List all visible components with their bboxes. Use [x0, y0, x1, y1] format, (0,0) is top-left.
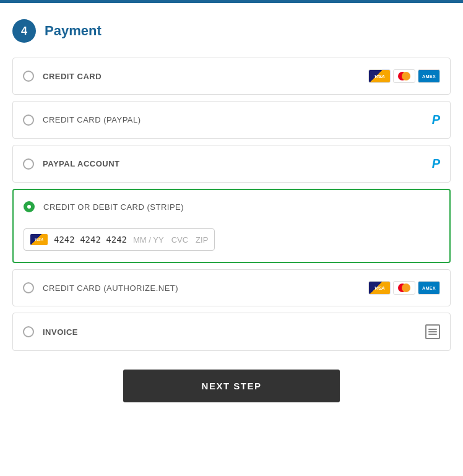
amex-icon-auth: AMEX	[418, 281, 440, 295]
payment-option-invoice[interactable]: INVOICE	[12, 313, 451, 351]
radio-paypal-account[interactable]	[23, 158, 34, 170]
icons-paypal-credit: P	[432, 113, 440, 127]
label-paypal-credit: CREDIT CARD (Paypal)	[43, 115, 423, 124]
icons-invoice	[425, 324, 440, 339]
zip-field[interactable]: ZIP	[196, 235, 208, 244]
page-title: Payment	[45, 23, 102, 39]
amex-icon: AMEX	[418, 69, 440, 83]
stripe-card-number[interactable]: 4242 4242 4242	[54, 235, 127, 244]
stripe-card-form[interactable]: 4242 4242 4242 MM / YY CVC ZIP	[24, 228, 215, 251]
label-credit-card: CREDIT CARD	[43, 72, 360, 81]
next-step-button[interactable]: NEXT STEP	[123, 370, 340, 402]
radio-stripe[interactable]	[24, 201, 35, 212]
label-paypal-account: PAYPAL ACCOUNT	[43, 159, 423, 168]
radio-credit-card[interactable]	[23, 71, 34, 82]
radio-paypal-credit[interactable]	[23, 115, 34, 126]
payment-option-authorize[interactable]: CREDIT CARD (Authorize.Net) AMEX	[12, 269, 451, 306]
radio-invoice[interactable]	[23, 326, 34, 337]
content-area: 4 Payment CREDIT CARD AMEX CREDIT CARD (…	[0, 3, 463, 427]
paypal-icon-1: P	[432, 113, 440, 127]
payment-option-stripe[interactable]: CREDIT OR DEBIT CARD (Stripe) 4242 4242 …	[12, 189, 451, 263]
stripe-extra-fields: MM / YY CVC ZIP	[133, 235, 208, 244]
icons-paypal-account: P	[432, 157, 440, 171]
label-stripe: CREDIT OR DEBIT CARD (Stripe)	[43, 202, 439, 212]
payment-option-paypal-credit[interactable]: CREDIT CARD (Paypal) P	[12, 101, 451, 139]
visa-icon	[368, 69, 391, 83]
invoice-icon	[425, 324, 440, 339]
cvc-field[interactable]: CVC	[171, 235, 188, 244]
mastercard-icon	[393, 69, 415, 83]
payment-option-paypal-account[interactable]: PAYPAL ACCOUNT P	[12, 145, 451, 183]
section-header: 4 Payment	[12, 15, 451, 43]
step-badge: 4	[12, 19, 36, 43]
stripe-top-row: CREDIT OR DEBIT CARD (Stripe)	[24, 201, 439, 212]
stripe-visa-icon	[30, 234, 48, 245]
mastercard-icon-auth	[393, 281, 415, 295]
paypal-icon-2: P	[432, 157, 440, 171]
visa-icon-auth	[368, 281, 391, 295]
page-container: 4 Payment CREDIT CARD AMEX CREDIT CARD (…	[0, 0, 463, 476]
label-authorize: CREDIT CARD (Authorize.Net)	[43, 283, 360, 293]
radio-authorize[interactable]	[23, 282, 34, 293]
payment-option-credit-card[interactable]: CREDIT CARD AMEX	[12, 58, 451, 95]
label-invoice: INVOICE	[43, 327, 417, 337]
mm-yy-field[interactable]: MM / YY	[133, 235, 164, 244]
icons-credit-card: AMEX	[368, 69, 440, 83]
icons-authorize: AMEX	[368, 281, 440, 295]
